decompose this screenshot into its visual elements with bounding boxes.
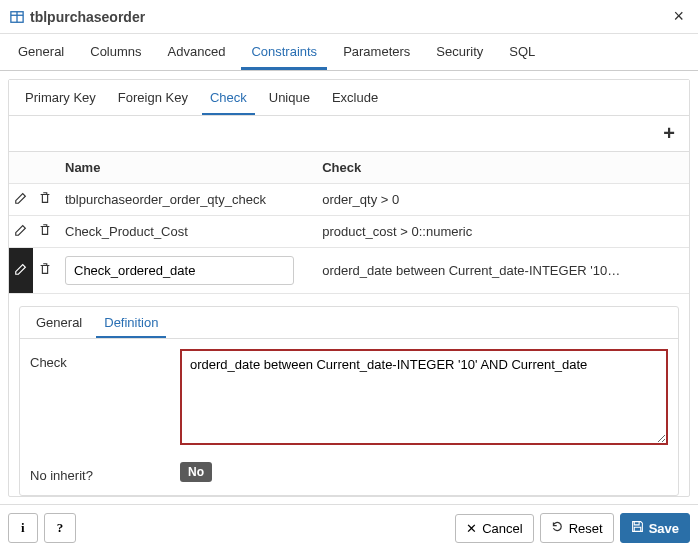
constraint-name: tblpurchaseorder_order_qty_check xyxy=(57,184,314,216)
check-expression-input[interactable] xyxy=(180,349,668,445)
tab-advanced[interactable]: Advanced xyxy=(158,34,236,70)
reset-label: Reset xyxy=(569,521,603,536)
add-row-bar: + xyxy=(9,116,689,152)
col-delete xyxy=(33,152,57,184)
tab-columns[interactable]: Columns xyxy=(80,34,151,70)
col-name-header: Name xyxy=(57,152,314,184)
table-row: tblpurchaseorder_order_qty_check order_q… xyxy=(9,184,689,216)
save-button[interactable]: Save xyxy=(620,513,690,543)
recycle-icon xyxy=(551,520,564,536)
constraint-name: Check_Product_Cost xyxy=(57,216,314,248)
tab-sql[interactable]: SQL xyxy=(499,34,545,70)
tab-security[interactable]: Security xyxy=(426,34,493,70)
table-row: Check_Product_Cost product_cost > 0::num… xyxy=(9,216,689,248)
subtab-exclude[interactable]: Exclude xyxy=(324,80,386,115)
close-icon: ✕ xyxy=(466,521,477,536)
trash-icon[interactable] xyxy=(38,223,52,237)
reset-button[interactable]: Reset xyxy=(540,513,614,543)
subtab-foreign-key[interactable]: Foreign Key xyxy=(110,80,196,115)
detail-tab-definition[interactable]: Definition xyxy=(96,307,166,338)
edit-icon[interactable] xyxy=(14,191,28,205)
cancel-button[interactable]: ✕ Cancel xyxy=(455,514,533,543)
save-icon xyxy=(631,520,644,536)
subtab-check[interactable]: Check xyxy=(202,80,255,115)
no-inherit-toggle[interactable]: No xyxy=(180,462,212,482)
edit-icon[interactable] xyxy=(14,262,28,276)
subtab-primary-key[interactable]: Primary Key xyxy=(17,80,104,115)
detail-tabs: General Definition xyxy=(20,307,678,339)
dialog-footer: i ? ✕ Cancel Reset Save xyxy=(8,513,690,543)
constraint-check: order_qty > 0 xyxy=(314,184,689,216)
footer-divider xyxy=(0,504,698,505)
constraints-table: Name Check tblpurchaseorder_order_qty_ch… xyxy=(9,152,689,294)
close-icon[interactable]: × xyxy=(669,6,688,27)
constraints-panel: Primary Key Foreign Key Check Unique Exc… xyxy=(8,79,690,497)
edit-icon[interactable] xyxy=(14,223,28,237)
save-label: Save xyxy=(649,521,679,536)
no-inherit-label: No inherit? xyxy=(30,462,180,483)
constraint-check: orderd_date between Current_date-INTEGER… xyxy=(314,248,689,294)
constraint-check: product_cost > 0::numeric xyxy=(314,216,689,248)
titlebar: tblpurchaseorder × xyxy=(0,0,698,34)
subtab-unique[interactable]: Unique xyxy=(261,80,318,115)
table-icon xyxy=(10,10,24,24)
tab-constraints[interactable]: Constraints xyxy=(241,34,327,70)
help-button[interactable]: ? xyxy=(44,513,77,543)
trash-icon[interactable] xyxy=(38,262,52,276)
constraint-name-input[interactable] xyxy=(65,256,294,285)
constraint-type-tabs: Primary Key Foreign Key Check Unique Exc… xyxy=(9,80,689,116)
table-row: orderd_date between Current_date-INTEGER… xyxy=(9,248,689,294)
dialog-title: tblpurchaseorder xyxy=(30,9,669,25)
detail-panel: General Definition Check No inherit? No xyxy=(19,306,679,496)
main-tabs: General Columns Advanced Constraints Par… xyxy=(0,34,698,71)
tab-parameters[interactable]: Parameters xyxy=(333,34,420,70)
add-constraint-button[interactable]: + xyxy=(657,120,681,147)
info-button[interactable]: i xyxy=(8,513,38,543)
detail-tab-general[interactable]: General xyxy=(28,307,90,338)
col-check-header: Check xyxy=(314,152,689,184)
cancel-label: Cancel xyxy=(482,521,522,536)
trash-icon[interactable] xyxy=(38,191,52,205)
check-label: Check xyxy=(30,349,180,370)
col-edit xyxy=(9,152,33,184)
tab-general[interactable]: General xyxy=(8,34,74,70)
